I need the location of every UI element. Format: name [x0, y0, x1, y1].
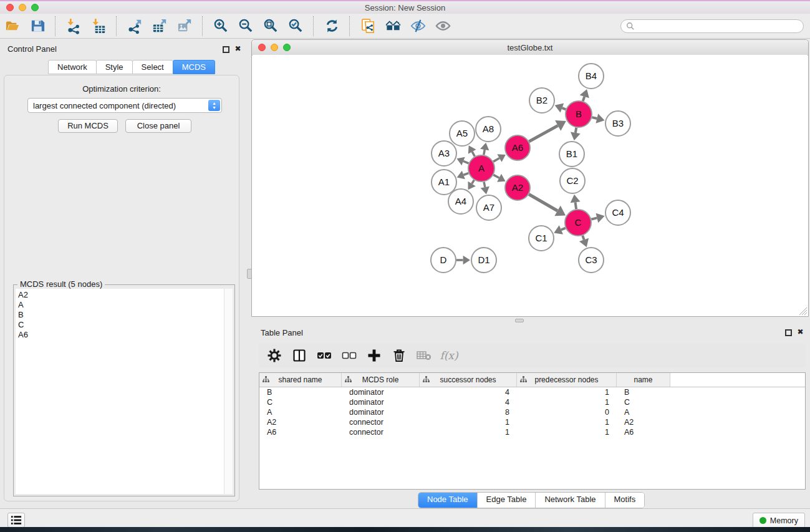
table-cell[interactable]: dominator	[342, 408, 420, 417]
column-header-MCDS-role[interactable]: MCDS role	[342, 373, 420, 387]
network-canvas-area[interactable]: AA1A2A3A4A5A6A7A8BB1B2B3B4CC1C2C3C4DD1	[253, 55, 808, 316]
edge-A-A3[interactable]	[463, 161, 469, 163]
table-cell[interactable]: A6	[617, 428, 670, 437]
export-image-button[interactable]	[172, 15, 197, 37]
table-cell[interactable]: 8	[420, 408, 517, 417]
table-cell[interactable]: 1	[517, 428, 617, 437]
mcds-result-scrollbar[interactable]	[224, 289, 233, 494]
table-row[interactable]: A2connector11A2	[259, 417, 805, 427]
table-cell[interactable]: 1	[517, 398, 617, 407]
delete-columns-button[interactable]	[391, 347, 407, 364]
edge-C-C1[interactable]	[561, 228, 566, 230]
edge-A6-B[interactable]	[529, 125, 557, 142]
edge-B-B3[interactable]	[592, 117, 597, 118]
edge-A-A1[interactable]	[463, 173, 468, 175]
mcds-result-item[interactable]: A6	[18, 330, 224, 340]
table-cell[interactable]: B	[259, 388, 342, 397]
table-tab-edge-table[interactable]: Edge Table	[478, 493, 536, 508]
search-field[interactable]	[620, 19, 804, 33]
table-cell[interactable]: A2	[259, 418, 342, 427]
maximize-window-button[interactable]	[31, 4, 39, 11]
table-cell[interactable]: A2	[617, 418, 670, 427]
mcds-result-item[interactable]: C	[18, 320, 224, 330]
network-maximize-button[interactable]	[283, 44, 291, 51]
network-canvas[interactable]: AA1A2A3A4A5A6A7A8BB1B2B3B4CC1C2C3C4DD1	[253, 55, 808, 316]
table-cell[interactable]: 1	[517, 388, 617, 397]
minimize-window-button[interactable]	[19, 4, 26, 11]
table-panel-close-button[interactable]: ✖	[796, 328, 804, 336]
export-table-button[interactable]	[147, 15, 172, 37]
table-cell[interactable]: B	[617, 388, 670, 397]
close-window-button[interactable]	[6, 4, 14, 11]
edge-B-B1[interactable]	[576, 128, 576, 133]
edge-C-C4[interactable]	[591, 218, 597, 219]
table-cell[interactable]: C	[617, 398, 670, 407]
run-mcds-button[interactable]: Run MCDS	[58, 119, 118, 133]
refresh-layout-button[interactable]	[319, 15, 344, 37]
table-row[interactable]: Bdominator41B	[259, 387, 805, 397]
control-panel-float-button[interactable]	[223, 46, 229, 53]
import-table-button[interactable]	[86, 15, 111, 37]
edge-B-B2[interactable]	[562, 108, 566, 109]
table-cell[interactable]: A	[259, 408, 342, 417]
edge-A-A5[interactable]	[472, 152, 475, 157]
mcds-result-item[interactable]: A2	[18, 290, 224, 300]
control-tab-style[interactable]: Style	[96, 60, 133, 74]
table-cell[interactable]: 1	[517, 418, 617, 427]
table-cell[interactable]: A	[617, 408, 670, 417]
close-panel-button[interactable]: Close panel	[125, 119, 191, 133]
zoom-fit-button[interactable]	[258, 15, 283, 37]
hide-panels-button[interactable]	[405, 15, 430, 37]
edge-C-C3[interactable]	[582, 236, 584, 240]
edge-B-B4[interactable]	[583, 97, 584, 101]
export-network-button[interactable]	[122, 15, 147, 37]
table-cell[interactable]: 1	[420, 428, 517, 437]
deselect-all-columns-button[interactable]	[341, 347, 357, 364]
column-header-shared-name[interactable]: shared name	[259, 373, 342, 387]
mcds-result-item[interactable]: A	[18, 300, 224, 310]
save-session-button[interactable]	[25, 15, 50, 37]
table-cell[interactable]: 0	[517, 408, 617, 417]
control-tab-mcds[interactable]: MCDS	[173, 60, 215, 74]
table-cell[interactable]: dominator	[342, 398, 420, 407]
network-window-titlebar[interactable]: testGlobe.txt	[252, 40, 808, 56]
table-cell[interactable]: 1	[420, 418, 517, 427]
mcds-result-list[interactable]: A2ABCA6	[16, 289, 224, 494]
task-history-button[interactable]	[7, 513, 25, 528]
control-tab-network[interactable]: Network	[48, 60, 97, 74]
search-input[interactable]	[638, 21, 798, 31]
table-settings-button[interactable]	[266, 347, 282, 364]
table-tab-network-table[interactable]: Network Table	[536, 493, 605, 508]
network-close-button[interactable]	[258, 44, 266, 51]
control-tab-select[interactable]: Select	[132, 60, 173, 74]
table-cell[interactable]: 4	[420, 398, 517, 407]
edge-A-A2[interactable]	[493, 175, 499, 178]
table-cell[interactable]: 4	[420, 388, 517, 397]
table-row[interactable]: A6connector11A6	[259, 427, 805, 437]
show-panels-button[interactable]	[430, 15, 455, 37]
table-tab-motifs[interactable]: Motifs	[605, 493, 645, 508]
window-resize-grip[interactable]	[798, 307, 807, 315]
table-row[interactable]: Adominator80A	[259, 407, 805, 417]
control-panel-close-button[interactable]: ✖	[234, 45, 242, 53]
edge-A-A8[interactable]	[484, 150, 485, 155]
column-header-name[interactable]: name	[617, 373, 670, 387]
table-cell[interactable]: A6	[259, 428, 342, 437]
zoom-out-button[interactable]	[233, 15, 258, 37]
node-table[interactable]: shared nameMCDS rolesuccessor nodesprede…	[259, 372, 806, 490]
import-network-button[interactable]	[61, 15, 86, 37]
table-cell[interactable]: dominator	[342, 388, 420, 397]
home-overview-button[interactable]	[380, 15, 405, 37]
add-column-button[interactable]	[366, 347, 382, 364]
zoom-selected-button[interactable]	[283, 15, 308, 37]
edge-A-A4[interactable]	[472, 180, 475, 184]
table-cell[interactable]: connector	[342, 428, 420, 437]
edge-A2-C[interactable]	[529, 194, 557, 211]
select-all-columns-button[interactable]	[316, 347, 332, 364]
mcds-result-item[interactable]: B	[18, 310, 224, 320]
zoom-in-button[interactable]	[208, 15, 233, 37]
column-header-predecessor-nodes[interactable]: predecessor nodes	[517, 373, 617, 387]
column-visibility-button[interactable]	[291, 347, 307, 364]
column-header-successor-nodes[interactable]: successor nodes	[420, 373, 517, 387]
clone-network-button[interactable]	[355, 15, 380, 37]
